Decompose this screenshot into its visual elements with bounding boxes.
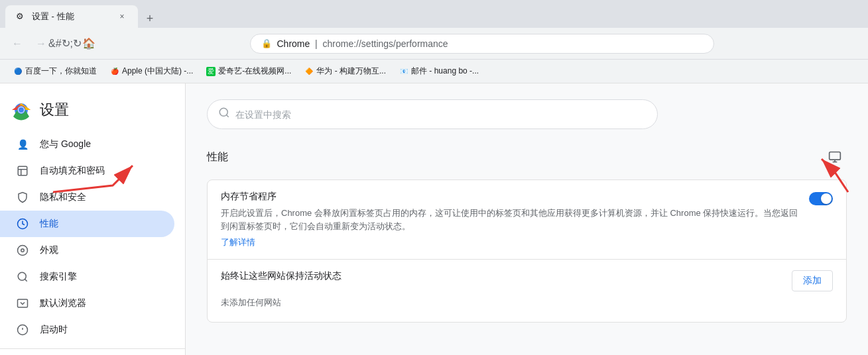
- address-bar: ← → &#↻;↻ 🏠 🔒 Chrome | chrome://settings…: [0, 28, 868, 60]
- svg-line-19: [226, 115, 228, 117]
- svg-point-10: [18, 272, 26, 280]
- bookmark-mail[interactable]: 📧 邮件 - huang bo -...: [394, 63, 484, 79]
- sidebar-label-performance: 性能: [40, 218, 58, 230]
- url-separator: |: [312, 38, 320, 49]
- back-button[interactable]: ←: [8, 34, 27, 53]
- memory-saver-section: 内存节省程序 开启此设置后，Chrome 会释放闲置标签页占用的内存，这可让使用…: [208, 180, 846, 260]
- bookmark-apple-label: Apple (中国大陆) -...: [122, 66, 193, 77]
- refresh-button[interactable]: &#↻;↻: [56, 34, 74, 53]
- bookmark-baidu-label: 百度一下，你就知道: [25, 66, 97, 77]
- bookmark-huawei[interactable]: 🔶 华为 - 构建万物互...: [299, 63, 391, 79]
- content-area: 设置 👤 您与 Google 自动填充和密码 隐私和安全: [0, 83, 868, 355]
- chrome-logo: [11, 99, 32, 121]
- always-active-content: 始终让这些网站保持活动状态: [221, 270, 781, 286]
- sidebar-item-startup[interactable]: 启动时: [0, 317, 174, 343]
- memory-saver-title: 内存节省程序: [221, 191, 798, 203]
- autofill-icon: [16, 164, 29, 178]
- active-tab[interactable]: ⚙ 设置 - 性能 ×: [5, 5, 138, 28]
- sidebar: 设置 👤 您与 Google 自动填充和密码 隐私和安全: [0, 83, 186, 355]
- bookmark-apple[interactable]: 🍎 Apple (中国大陆) -...: [105, 63, 198, 79]
- url-bar[interactable]: 🔒 Chrome | chrome://settings/performance: [250, 34, 714, 54]
- bookmark-mail-icon: 📧: [399, 67, 408, 76]
- svg-point-3: [19, 107, 24, 113]
- section-header: 性能: [207, 145, 847, 169]
- settings-card: 内存节省程序 开启此设置后，Chrome 会释放闲置标签页占用的内存，这可让使用…: [207, 179, 847, 323]
- memory-saver-toggle[interactable]: [809, 192, 833, 205]
- bookmark-huawei-icon: 🔶: [304, 67, 314, 76]
- sidebar-item-performance[interactable]: 性能: [0, 211, 174, 237]
- google-icon: 👤: [16, 138, 29, 151]
- sidebar-label-startup: 启动时: [40, 324, 68, 336]
- sidebar-header: 设置: [0, 94, 185, 131]
- svg-point-18: [219, 108, 227, 116]
- svg-rect-4: [18, 166, 27, 176]
- tab-title: 设置 - 性能: [32, 11, 111, 23]
- performance-icon: [16, 217, 29, 230]
- sidebar-label-autofill: 自动填充和密码: [40, 165, 105, 177]
- bookmark-iqiyi-icon: 爱: [206, 67, 216, 76]
- bookmark-baidu[interactable]: 🔵 百度一下，你就知道: [8, 63, 102, 79]
- sidebar-label-privacy: 隐私和安全: [40, 191, 86, 203]
- svg-rect-20: [830, 152, 841, 160]
- always-active-title: 始终让这些网站保持活动状态: [221, 270, 781, 282]
- tab-bar: ⚙ 设置 - 性能 × +: [0, 0, 868, 28]
- memory-saver-content: 内存节省程序 开启此设置后，Chrome 会释放闲置标签页占用的内存，这可让使用…: [221, 191, 798, 248]
- sidebar-item-appearance[interactable]: 外观: [0, 237, 174, 264]
- sidebar-label-search: 搜索引擎: [40, 271, 77, 283]
- bookmark-iqiyi-label: 爱奇艺-在线视频网...: [218, 66, 291, 77]
- sidebar-title: 设置: [40, 100, 69, 120]
- tab-favicon: ⚙: [16, 11, 27, 22]
- svg-point-9: [21, 249, 25, 252]
- home-button[interactable]: 🏠: [80, 34, 98, 53]
- appearance-icon: [16, 244, 29, 257]
- forward-button[interactable]: →: [32, 34, 50, 53]
- search-engine-icon: [16, 270, 29, 283]
- sidebar-item-google[interactable]: 👤 您与 Google: [0, 131, 174, 158]
- always-active-section: 始终让这些网站保持活动状态 添加 未添加任何网站: [208, 260, 846, 322]
- search-icon: [218, 107, 230, 122]
- svg-point-8: [18, 246, 28, 256]
- url-path: chrome://settings/performance: [323, 38, 448, 49]
- bookmark-huawei-label: 华为 - 构建万物互...: [316, 66, 386, 77]
- memory-saver-row: 内存节省程序 开启此设置后，Chrome 会释放闲置标签页占用的内存，这可让使用…: [221, 191, 833, 248]
- settings-main: 性能 内存节省程序 开启此设置后，Chrome 会释放闲置标签页占用的内存，这可…: [186, 83, 868, 355]
- tab-close-button[interactable]: ×: [117, 11, 127, 22]
- svg-rect-12: [18, 299, 28, 307]
- default-browser-icon: [16, 297, 29, 310]
- url-text: Chrome | chrome://settings/performance: [277, 38, 703, 49]
- search-input[interactable]: [235, 109, 647, 120]
- memory-saver-description: 开启此设置后，Chrome 会释放闲置标签页占用的内存，这可让使用中的标签页和其…: [221, 207, 798, 232]
- empty-sites-text: 未添加任何网站: [221, 291, 833, 311]
- section-title: 性能: [207, 150, 228, 164]
- bookmark-apple-icon: 🍎: [110, 67, 119, 76]
- browser-frame: ⚙ 设置 - 性能 × + ← → &#↻;↻ 🏠 🔒 Chrome | chr…: [0, 0, 868, 355]
- sidebar-item-privacy[interactable]: 隐私和安全: [0, 184, 174, 211]
- sidebar-label-default-browser: 默认浏览器: [40, 297, 86, 309]
- svg-line-11: [25, 279, 27, 281]
- url-host: Chrome: [277, 38, 310, 49]
- add-site-button[interactable]: 添加: [792, 270, 833, 291]
- toggle-knob: [821, 193, 832, 204]
- sidebar-divider: [0, 348, 185, 349]
- memory-saver-learn-link[interactable]: 了解详情: [221, 236, 798, 248]
- privacy-icon: [16, 191, 29, 204]
- bookmark-baidu-icon: 🔵: [13, 67, 23, 76]
- startup-icon: [16, 323, 29, 336]
- bookmarks-bar: 🔵 百度一下，你就知道 🍎 Apple (中国大陆) -... 爱 爱奇艺-在线…: [0, 60, 868, 83]
- sidebar-item-search[interactable]: 搜索引擎: [0, 264, 174, 290]
- url-security-icon: 🔒: [261, 38, 272, 49]
- sidebar-label-appearance: 外观: [40, 244, 58, 256]
- new-tab-button[interactable]: +: [141, 9, 159, 28]
- bookmark-iqiyi[interactable]: 爱 爱奇艺-在线视频网...: [201, 63, 296, 79]
- sidebar-label-google: 您与 Google: [40, 138, 91, 150]
- sidebar-item-default-browser[interactable]: 默认浏览器: [0, 290, 174, 317]
- sidebar-item-autofill[interactable]: 自动填充和密码: [0, 158, 174, 184]
- bookmark-mail-label: 邮件 - huang bo -...: [411, 66, 479, 77]
- settings-search-bar[interactable]: [207, 99, 658, 129]
- always-active-row: 始终让这些网站保持活动状态 添加: [221, 270, 833, 291]
- section-info-button[interactable]: [823, 145, 847, 169]
